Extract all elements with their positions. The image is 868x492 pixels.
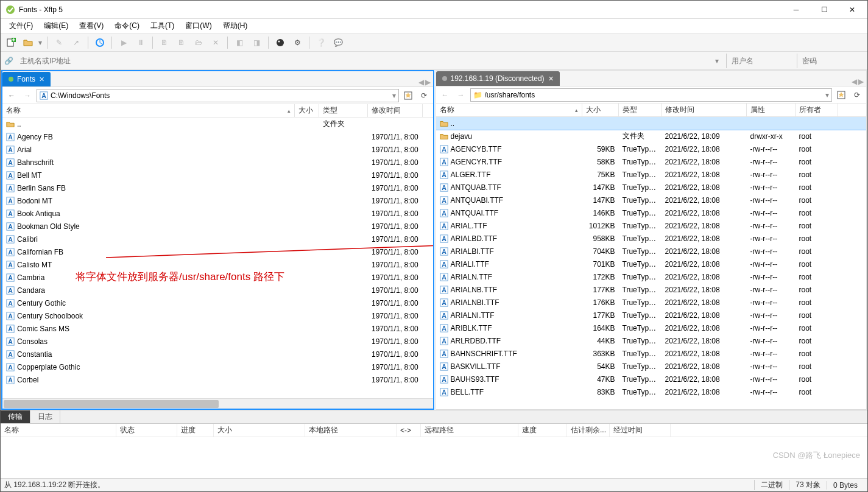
local-file-list[interactable]: ..文件夹AAgency FB1970/1/1, 8:00AArial1970/… — [2, 118, 433, 398]
list-item[interactable]: AARIALBD.TTF958KBTrueType...2021/6/22, 1… — [436, 232, 867, 245]
column-header[interactable]: 状态 — [116, 424, 177, 437]
list-item[interactable]: ACandara1970/1/1, 8:00 — [2, 284, 433, 297]
column-header[interactable]: 大小 — [214, 424, 305, 437]
dropdown-icon[interactable]: ▾ — [715, 57, 722, 65]
column-header[interactable]: 进度 — [177, 424, 214, 437]
menu-item[interactable]: 查看(V) — [74, 19, 108, 32]
close-button[interactable]: ✕ — [838, 1, 866, 19]
list-item[interactable]: ABAHNSCHRIFT.TTF363KBTrueType...2021/6/2… — [436, 347, 867, 360]
new-button[interactable] — [4, 36, 18, 49]
list-item[interactable]: AArial1970/1/1, 8:00 — [2, 143, 433, 156]
column-header[interactable]: 名称 — [1, 424, 116, 437]
username-input[interactable] — [726, 54, 793, 68]
list-item[interactable]: AANTQUAB.TTF147KBTrueType...2021/6/22, 1… — [436, 181, 867, 194]
bookmark-button[interactable] — [834, 88, 848, 102]
column-header[interactable]: 大小 — [295, 104, 319, 117]
list-item[interactable]: AAGENCYR.TTF58KBTrueType...2021/6/22, 18… — [436, 155, 867, 168]
list-item[interactable]: ACambria1970/1/1, 8:00 — [2, 271, 433, 284]
list-item[interactable]: .. — [436, 117, 867, 130]
list-item[interactable]: AARIALNB.TTF177KBTrueType...2021/6/22, 1… — [436, 283, 867, 296]
list-item[interactable]: AAGENCYB.TTF59KBTrueType...2021/6/22, 18… — [436, 142, 867, 155]
maximize-button[interactable]: ☐ — [810, 1, 838, 19]
list-item[interactable]: AConsolas1970/1/1, 8:00 — [2, 335, 433, 348]
list-item[interactable]: AARIALNI.TTF177KBTrueType...2021/6/22, 1… — [436, 309, 867, 322]
column-header[interactable]: 速度 — [518, 424, 567, 437]
column-header[interactable]: 经过时间 — [610, 424, 671, 437]
tab-prev-icon[interactable]: ◀ — [418, 78, 424, 86]
list-item[interactable]: ACalifornian FB1970/1/1, 8:00 — [2, 245, 433, 258]
column-header[interactable]: 大小 — [582, 104, 619, 116]
menu-item[interactable]: 文件(F) — [4, 19, 38, 32]
column-header[interactable]: 所有者 — [796, 104, 838, 116]
list-item[interactable]: ACalibri1970/1/1, 8:00 — [2, 233, 433, 245]
list-item[interactable]: AARIAL.TTF1012KBTrueType...2021/6/22, 18… — [436, 219, 867, 232]
column-header[interactable]: 修改时间 — [662, 104, 747, 116]
bottom-tab[interactable]: 传输 — [1, 410, 30, 423]
list-item[interactable]: AARLRDBD.TTF44KBTrueType...2021/6/22, 18… — [436, 334, 867, 347]
back-button[interactable]: ← — [439, 88, 452, 102]
column-header[interactable]: 名称▴ — [436, 104, 582, 116]
local-path-input[interactable] — [51, 91, 390, 100]
column-header[interactable]: 估计剩余... — [567, 424, 610, 437]
list-item[interactable]: AANTQUAI.TTF146KBTrueType...2021/6/22, 1… — [436, 206, 867, 219]
refresh-button[interactable]: ⟳ — [417, 89, 431, 102]
tab-prev-icon[interactable]: ◀ — [852, 77, 857, 86]
list-item[interactable]: ABahnschrift1970/1/1, 8:00 — [2, 156, 433, 169]
h-scrollbar[interactable] — [2, 398, 433, 409]
forward-button[interactable]: → — [454, 88, 468, 102]
list-item[interactable]: ACalisto MT1970/1/1, 8:00 — [2, 258, 433, 271]
menu-item[interactable]: 命令(C) — [110, 19, 144, 32]
list-item[interactable]: dejavu文件夹2021/6/22, 18:09drwxr-xr-xroot — [436, 130, 867, 142]
help-button[interactable]: ❔ — [314, 36, 328, 49]
menu-item[interactable]: 工具(T) — [146, 19, 179, 32]
transfer-header[interactable]: 名称状态进度大小本地路径<->远程路径速度估计剩余...经过时间 — [1, 424, 867, 437]
list-item[interactable]: ABell MT1970/1/1, 8:00 — [2, 169, 433, 181]
forward-button[interactable]: → — [21, 89, 34, 102]
list-item[interactable]: ABookman Old Style1970/1/1, 8:00 — [2, 220, 433, 233]
list-item[interactable]: AARIALN.TTF172KBTrueType...2021/6/22, 18… — [436, 270, 867, 283]
bookmark-button[interactable] — [401, 89, 415, 102]
list-item[interactable]: AARIBLK.TTF164KBTrueType...2021/6/22, 18… — [436, 322, 867, 334]
column-header[interactable]: <-> — [397, 424, 421, 437]
list-item[interactable]: AALGER.TTF75KBTrueType...2021/6/22, 18:0… — [436, 168, 867, 181]
list-item[interactable]: AComic Sans MS1970/1/1, 8:00 — [2, 322, 433, 335]
tool-icon[interactable] — [273, 36, 287, 49]
list-item[interactable]: ABAUHS93.TTF47KBTrueType...2021/6/22, 18… — [436, 373, 867, 385]
list-item[interactable]: AAgency FB1970/1/1, 8:00 — [2, 130, 433, 143]
host-input[interactable] — [18, 54, 711, 68]
menu-item[interactable]: 帮助(H) — [218, 19, 253, 32]
local-header[interactable]: 名称▴大小类型修改时间 — [2, 104, 433, 118]
list-item[interactable]: AANTQUABI.TTF147KBTrueType...2021/6/22, … — [436, 194, 867, 206]
minimize-button[interactable]: ─ — [782, 1, 810, 19]
column-header[interactable]: 远程路径 — [421, 424, 518, 437]
list-item[interactable]: ABerlin Sans FB1970/1/1, 8:00 — [2, 181, 433, 194]
list-item[interactable]: ACorbel1970/1/1, 8:00 — [2, 373, 433, 386]
list-item[interactable]: ACentury Gothic1970/1/1, 8:00 — [2, 297, 433, 309]
list-item[interactable]: ABELL.TTF83KBTrueType...2021/6/22, 18:08… — [436, 385, 867, 398]
column-header[interactable]: 类型 — [319, 104, 368, 117]
list-item[interactable]: ABASKVILL.TTF54KBTrueType...2021/6/22, 1… — [436, 360, 867, 373]
back-button[interactable]: ← — [5, 89, 18, 102]
remote-header[interactable]: 名称▴大小类型修改时间属性所有者 — [436, 104, 867, 117]
close-icon[interactable]: ✕ — [548, 75, 554, 83]
close-icon[interactable]: ✕ — [39, 76, 44, 83]
list-item[interactable]: AConstantia1970/1/1, 8:00 — [2, 348, 433, 360]
list-item[interactable]: ..文件夹 — [2, 118, 433, 130]
menu-item[interactable]: 窗口(W) — [180, 19, 216, 32]
list-item[interactable]: ABodoni MT1970/1/1, 8:00 — [2, 194, 433, 207]
refresh-button[interactable]: ⟳ — [850, 88, 864, 102]
tab-remote[interactable]: 192.168.1.19 (Disconnected) ✕ — [436, 71, 560, 86]
reconnect-button[interactable] — [93, 36, 107, 49]
menu-item[interactable]: 编辑(E) — [39, 19, 73, 32]
column-header[interactable]: 本地路径 — [305, 424, 397, 437]
feedback-button[interactable]: 💬 — [331, 36, 345, 49]
column-header[interactable]: 名称▴ — [2, 104, 295, 117]
settings-button[interactable]: ⚙ — [291, 36, 304, 49]
list-item[interactable]: AARIALI.TTF701KBTrueType...2021/6/22, 18… — [436, 258, 867, 270]
column-header[interactable]: 修改时间 — [368, 104, 423, 117]
tab-next-icon[interactable]: ▶ — [858, 77, 864, 86]
bottom-tab[interactable]: 日志 — [30, 410, 60, 423]
list-item[interactable]: AARIALNBI.TTF176KBTrueType...2021/6/22, … — [436, 296, 867, 309]
list-item[interactable]: ABook Antiqua1970/1/1, 8:00 — [2, 207, 433, 220]
column-header[interactable]: 属性 — [747, 104, 796, 116]
